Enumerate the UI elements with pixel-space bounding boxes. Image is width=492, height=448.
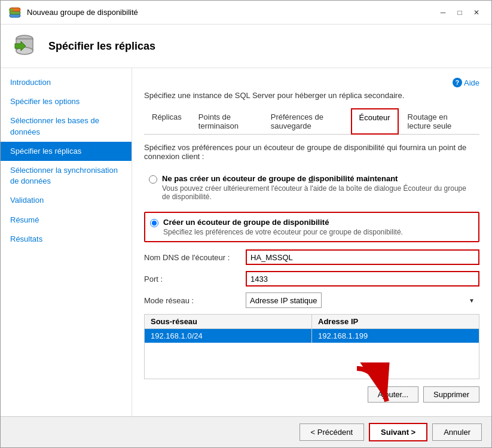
- col-subnet: Sous-réseau: [145, 315, 312, 328]
- sidebar-item-options[interactable]: Spécifier les options: [1, 92, 132, 111]
- main-panel: ? Aide Spécifiez une instance de SQL Ser…: [132, 68, 491, 416]
- tab-readonly[interactable]: Routage en lecture seule: [400, 108, 479, 135]
- sidebar-item-replicas[interactable]: Spécifier les réplicas: [1, 142, 132, 161]
- dns-input[interactable]: [246, 249, 479, 265]
- mode-row: Mode réseau : Adresse IP statique DHCP: [144, 292, 479, 308]
- add-button[interactable]: Ajouter...: [368, 386, 418, 403]
- radio-create-option: Créer un écouteur de groupe de disponibi…: [144, 212, 479, 242]
- app-icon: [8, 5, 22, 20]
- help-link[interactable]: ? Aide: [453, 78, 479, 87]
- dns-row: Nom DNS de l'écouteur :: [144, 249, 479, 265]
- dns-label: Nom DNS de l'écouteur :: [144, 253, 246, 262]
- radio-no-create-text: Ne pas créer un écouteur de groupe de di…: [162, 174, 398, 183]
- sidebar: Introduction Spécifier les options Sélec…: [1, 68, 132, 416]
- window-title: Nouveau groupe de disponibilité: [27, 8, 435, 17]
- mode-label: Mode réseau :: [144, 296, 246, 305]
- main-window: Nouveau groupe de disponibilité ─ □ ✕ Sp…: [0, 0, 492, 448]
- footer: < Précédent Suivant > Annuler: [1, 416, 491, 447]
- next-button[interactable]: Suivant >: [369, 423, 427, 441]
- minimize-button[interactable]: ─: [435, 6, 451, 19]
- port-row: Port :: [144, 271, 479, 287]
- radio-no-create-option: Ne pas créer un écouteur de groupe de di…: [144, 169, 479, 206]
- sidebar-item-results[interactable]: Résultats: [1, 230, 132, 249]
- radio-create-label[interactable]: Créer un écouteur de groupe de disponibi…: [163, 218, 403, 236]
- cell-ip: 192.168.1.199: [312, 329, 479, 343]
- section-description: Spécifiez vos préférences pour un écoute…: [144, 143, 479, 161]
- radio-no-create-sublabel: Vous pouvez créer ultérieurement l'écout…: [162, 184, 475, 201]
- table-empty-area: [145, 343, 479, 379]
- help-label: Aide: [464, 78, 479, 87]
- tab-listener[interactable]: Écouteur: [351, 108, 399, 135]
- sidebar-item-databases[interactable]: Sélectionner les bases de données: [1, 111, 132, 141]
- radio-create[interactable]: [150, 219, 158, 227]
- sidebar-item-summary[interactable]: Résumé: [1, 211, 132, 230]
- form-section: Nom DNS de l'écouteur : Port : Mode rése…: [144, 249, 479, 308]
- table-buttons: Ajouter... Supprimer: [144, 386, 479, 403]
- tab-bar: Réplicas Points de terminaison Préférenc…: [144, 108, 479, 135]
- content-area: Introduction Spécifier les options Sélec…: [1, 68, 491, 416]
- header: Spécifier les réplicas: [1, 25, 491, 68]
- mode-select-wrapper: Adresse IP statique DHCP: [246, 292, 479, 308]
- header-icon: [10, 32, 39, 60]
- window-controls: ─ □ ✕: [435, 6, 484, 19]
- port-label: Port :: [144, 275, 246, 284]
- cell-subnet: 192.168.1.0/24: [145, 329, 312, 343]
- tab-replicas[interactable]: Réplicas: [144, 108, 190, 135]
- sidebar-item-introduction[interactable]: Introduction: [1, 73, 132, 92]
- help-icon: ?: [453, 78, 462, 87]
- radio-no-create[interactable]: [149, 175, 157, 184]
- cancel-button[interactable]: Annuler: [432, 423, 482, 441]
- back-button[interactable]: < Précédent: [300, 423, 364, 441]
- tab-backup[interactable]: Préférences de sauvegarde: [263, 108, 350, 135]
- radio-no-create-label[interactable]: Ne pas créer un écouteur de groupe de di…: [162, 174, 475, 201]
- port-input[interactable]: [246, 271, 479, 287]
- ip-table: Sous-réseau Adresse IP 192.168.1.0/24 19…: [144, 314, 479, 379]
- sidebar-item-sync[interactable]: Sélectionner la synchronisation de donné…: [1, 161, 132, 191]
- col-ip: Adresse IP: [312, 315, 479, 328]
- sidebar-item-validation[interactable]: Validation: [1, 191, 132, 210]
- page-title: Spécifier les réplicas: [48, 40, 155, 53]
- table-header: Sous-réseau Adresse IP: [145, 315, 479, 329]
- mode-select[interactable]: Adresse IP statique DHCP: [246, 292, 322, 308]
- table-row[interactable]: 192.168.1.0/24 192.168.1.199: [145, 329, 479, 343]
- title-bar: Nouveau groupe de disponibilité ─ □ ✕: [1, 1, 491, 25]
- radio-create-sublabel: Spécifiez les préférences de votre écout…: [163, 228, 403, 236]
- maximize-button[interactable]: □: [452, 6, 467, 19]
- tab-endpoints[interactable]: Points de terminaison: [191, 108, 262, 135]
- radio-create-text: Créer un écouteur de groupe de disponibi…: [163, 218, 329, 227]
- remove-button[interactable]: Supprimer: [423, 386, 479, 403]
- main-description: Spécifiez une instance de SQL Server pou…: [144, 91, 479, 100]
- close-button[interactable]: ✕: [469, 6, 484, 19]
